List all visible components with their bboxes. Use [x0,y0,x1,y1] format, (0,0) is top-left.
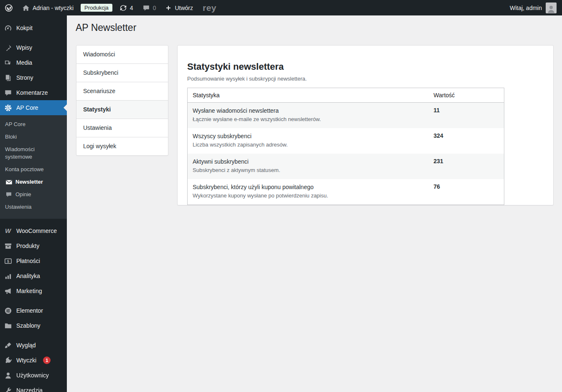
new-content-menu[interactable]: Utwórz [160,0,198,15]
sidebar-item-produkty[interactable]: Produkty [0,238,67,253]
stat-label: Subskrybenci, którzy użyli kuponu powita… [193,183,424,191]
sidebar-item-label: Narzędzia [16,387,43,392]
rey-theme-menu[interactable]: rey [198,3,221,13]
comments-bubble-icon [142,4,150,12]
stats-panel: Statystyki newslettera Podsumowanie wysy… [177,45,554,205]
sidebar-item-analityka[interactable]: Analityka [0,268,67,283]
sidebar-item-marketing[interactable]: Marketing [0,283,67,298]
panel-description: Podsumowanie wysyłek i subskrypcji newsl… [187,76,544,82]
subnav-item-logi-wysylek[interactable]: Logi wysyłek [76,137,168,155]
sidebar-item-ap-core[interactable]: AP Core [0,100,67,115]
table-row: Wszyscy subskrybenci Liczba wszystkich z… [188,128,504,154]
bar-chart-icon [4,272,12,280]
submenu-item-newsletter[interactable]: Newsletter [0,176,67,188]
site-name-menu[interactable]: Adrian - wtyczki [18,0,78,15]
subnav-item-subskrybenci[interactable]: Subskrybenci [76,64,168,82]
subnav-item-statystyki[interactable]: Statystyki [76,101,168,119]
sidebar-item-label: Komentarze [16,89,48,96]
comments-menu[interactable]: 0 [138,0,161,15]
stats-table: Statystyka Wartość Wysłane wiadomości ne… [187,88,504,205]
feedback-bubble-icon [5,191,13,198]
sidebar-item-wpisy[interactable]: Wpisy [0,40,67,55]
comments-count: 0 [153,5,156,11]
sidebar-item-strony[interactable]: Strony [0,70,67,85]
stat-value: 231 [429,154,504,179]
sidebar-item-platnosci[interactable]: $ Płatności [0,253,67,268]
wordpress-logo-icon [5,4,13,12]
stat-description: Wykorzystane kupony wysłane po potwierdz… [193,192,424,200]
paintbrush-icon [4,341,12,349]
stat-label: Aktywni subskrybenci [193,158,424,166]
sidebar-item-elementor[interactable]: Elementor [0,303,67,318]
megaphone-icon [4,287,12,295]
submenu-item-wiadomosci-systemowe[interactable]: Wiadomości systemowe [0,143,67,163]
sidebar-item-label: Wpisy [16,44,32,51]
sidebar-item-woocommerce[interactable]: W WooCommerce [0,223,67,238]
sidebar-item-wtyczki[interactable]: Wtyczki 1 [0,353,67,368]
gear-icon [4,104,12,112]
updates-menu[interactable]: 4 [115,0,138,15]
sidebar-item-uzytkownicy[interactable]: Użytkownicy [0,368,67,383]
stat-label: Wszyscy subskrybenci [193,132,424,140]
svg-text:$: $ [7,259,9,263]
user-icon [4,371,12,379]
column-header-wartosc: Wartość [429,88,504,103]
submenu-item-ap-core[interactable]: AP Core [0,118,67,131]
submenu-item-label: Konta pocztowe [5,166,44,173]
stat-description: Łącznie wysłane e-maile ze wszystkich ne… [193,116,424,123]
admin-bar-left: Adrian - wtyczki Produkcja 4 0 Utwórz re… [0,0,221,15]
table-row: Subskrybenci, którzy użyli kuponu powita… [188,179,504,205]
site-name-label: Adrian - wtyczki [33,5,74,11]
submenu-item-ustawienia[interactable]: Ustawienia [0,201,67,213]
subnav-item-wiadomosci[interactable]: Wiadomości [76,46,168,64]
dashboard-icon [4,24,12,32]
plus-icon [165,5,172,11]
folder-icon [4,321,12,330]
woocommerce-icon: W [4,227,12,235]
pages-icon [4,73,12,82]
updates-count: 4 [130,5,133,11]
page-title: AP Newsletter [76,22,136,33]
sidebar-item-label: Strony [16,74,33,81]
sidebar-item-label: Płatności [16,257,40,265]
sidebar-item-label: Szablony [16,322,41,329]
sidebar-item-wyglad[interactable]: Wygląd [0,338,67,353]
media-icon [4,58,12,67]
sidebar-item-komentarze[interactable]: Komentarze [0,85,67,100]
sidebar-item-label: Wygląd [16,341,36,349]
submenu-item-konta-pocztowe[interactable]: Konta pocztowe [0,163,67,176]
admin-bar-right: Witaj, admin [510,3,562,13]
submenu-item-label: Wiadomości systemowe [5,146,62,161]
submenu-item-opinie[interactable]: Opinie [0,188,67,201]
comment-icon [4,89,12,97]
table-row: Wysłane wiadomości newslettera Łącznie w… [188,103,504,129]
sidebar-item-kokpit[interactable]: Kokpit [0,20,67,35]
new-content-label: Utwórz [175,5,193,11]
ap-core-submenu: AP Core Bloki Wiadomości systemowe Konta… [0,115,67,219]
update-icon [120,4,127,12]
stat-value: 76 [429,179,504,205]
product-box-icon [4,242,12,250]
submenu-item-bloki[interactable]: Bloki [0,131,67,143]
greeting-label[interactable]: Witaj, admin [510,5,542,11]
stat-description: Liczba wszystkich zapisanych adresów. [193,141,424,149]
column-header-statystyka: Statystyka [188,88,429,103]
subnav-item-ustawienia[interactable]: Ustawienia [76,119,168,137]
subnav-item-scenariusze[interactable]: Scenariusze [76,82,168,101]
sidebar-item-media[interactable]: Media [0,55,67,70]
payments-icon: $ [4,257,12,265]
sidebar-item-narzedzia[interactable]: Narzędzia [0,383,67,392]
stat-value: 324 [429,128,504,154]
avatar[interactable] [546,3,557,13]
stat-value: 11 [429,103,504,129]
submenu-item-label: AP Core [5,121,25,128]
home-icon [22,4,30,12]
submenu-item-label: Ustawienia [5,203,32,211]
newsletter-subnav: Wiadomości Subskrybenci Scenariusze Stat… [76,45,168,156]
stat-label: Wysłane wiadomości newslettera [193,107,424,115]
sidebar-item-szablony[interactable]: Szablony [0,318,67,333]
envelope-icon [5,178,13,186]
sidebar-item-label: Kokpit [16,24,33,32]
wordpress-logo-menu[interactable] [0,0,18,15]
submenu-item-label: Newsletter [15,178,43,186]
